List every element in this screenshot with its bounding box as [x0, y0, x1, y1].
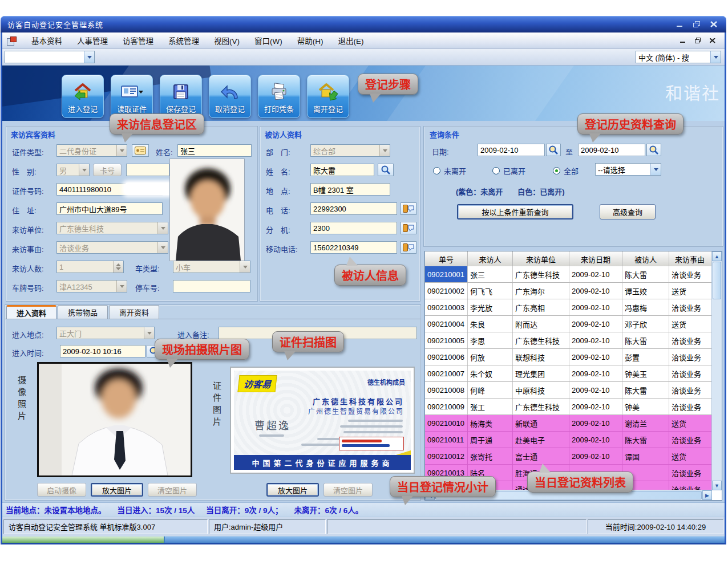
menu-view[interactable]: 视图(V): [207, 32, 247, 48]
table-row[interactable]: 090210001张三广东德生科技2009-02-10陈大雷洽谈业务: [425, 266, 712, 283]
vertical-scrollbar[interactable]: ▲ ▼: [711, 251, 722, 490]
people-count-stepper[interactable]: 1: [56, 261, 124, 273]
table-row[interactable]: 090210009张工广东德生科技2009-02-10钟美洽谈业务: [425, 399, 712, 415]
child-restore-icon[interactable]: [693, 36, 703, 45]
child-close-icon[interactable]: [707, 36, 718, 45]
search-icon: [548, 145, 559, 155]
table-row[interactable]: 090210003李光放广东亮相2009-02-10冯惠梅洽谈业务: [425, 299, 712, 316]
col-header[interactable]: 来访单位: [513, 251, 569, 266]
plate-combo[interactable]: 津A12345: [56, 280, 127, 292]
restore-icon[interactable]: [690, 19, 703, 30]
location-field[interactable]: B幢 2301 室: [310, 183, 390, 196]
dial-extension-button[interactable]: [401, 222, 416, 234]
radio-left[interactable]: 已离开: [492, 165, 525, 176]
menu-exit[interactable]: 退出(E): [330, 32, 371, 48]
dept-combo[interactable]: 综合部: [310, 144, 390, 157]
table-cell: 广东德生科技: [513, 399, 569, 414]
radio-not-left[interactable]: 未离开: [433, 165, 466, 176]
enter-register-button[interactable]: 进入登记: [62, 75, 104, 118]
cancel-register-button[interactable]: 取消登记: [209, 75, 251, 118]
scroll-right-icon[interactable]: ▶: [702, 490, 712, 500]
chevron-down-icon[interactable]: [710, 51, 721, 63]
advanced-query-button[interactable]: 高级查询: [600, 204, 656, 220]
id-card-reader-button[interactable]: [132, 144, 149, 157]
dial-mobile-button[interactable]: [401, 241, 416, 254]
tab-entry-info[interactable]: 进入资料: [6, 305, 56, 319]
table-row[interactable]: 090210010杨海类新联通2009-02-10谢清兰送货: [425, 415, 712, 432]
visit-company-combo[interactable]: 广东德生科技: [56, 222, 168, 234]
filter-select-combo[interactable]: --请选择: [595, 163, 661, 176]
extension-field[interactable]: 2300: [310, 222, 397, 234]
entry-place-combo[interactable]: 正大门: [56, 327, 155, 339]
table-cell: 李思: [468, 332, 513, 348]
read-card-button[interactable]: 读取证件: [111, 75, 153, 118]
dial-phone-button[interactable]: [401, 202, 416, 215]
save-register-button[interactable]: 保存登记: [160, 75, 202, 118]
radio-all[interactable]: 全部: [553, 165, 579, 176]
table-cell: 张三: [468, 266, 513, 282]
menu-help[interactable]: 帮助(H): [290, 32, 331, 48]
parking-field[interactable]: [173, 280, 250, 292]
mobile-field[interactable]: 15602210349: [310, 241, 397, 254]
phone-field[interactable]: 22992300: [310, 202, 397, 215]
chevron-down-icon[interactable]: [84, 51, 94, 63]
date-to-picker-button[interactable]: [646, 144, 661, 156]
scrollbar-thumb[interactable]: [713, 262, 721, 299]
title-bar[interactable]: 访客自动登记安全管理系统: [1, 16, 726, 32]
table-row[interactable]: 090210006何放联想科技2009-02-10彭置洽谈业务: [425, 349, 712, 365]
entry-time-field[interactable]: 2009-02-10 10:16: [60, 345, 145, 357]
col-header[interactable]: 来访事由: [669, 251, 710, 266]
cert-type-combo[interactable]: 二代身份证: [56, 144, 127, 157]
clear-photo-button[interactable]: 清空图片: [148, 483, 197, 497]
clear-card-button[interactable]: 清空图片: [323, 483, 373, 497]
menu-hr[interactable]: 人事管理: [70, 32, 115, 48]
child-minimize-icon[interactable]: [678, 36, 688, 45]
visitor-name-field[interactable]: 张三: [177, 144, 252, 157]
close-icon[interactable]: [707, 19, 721, 30]
leave-register-button[interactable]: 离开登记: [307, 75, 349, 118]
mdi-child-icon: [7, 36, 16, 44]
card-number-field[interactable]: [126, 164, 169, 176]
col-header[interactable]: 单号: [425, 251, 468, 266]
gender-combo[interactable]: 男: [56, 164, 90, 176]
date-from-picker-button[interactable]: [546, 144, 561, 156]
table-row[interactable]: 090210008何峰中原科技2009-02-10陈大雷洽谈业务: [425, 382, 712, 399]
col-header[interactable]: 来访日期: [569, 251, 622, 266]
print-ticket-button[interactable]: 打印凭条: [258, 75, 300, 118]
scroll-down-icon[interactable]: ▼: [712, 481, 722, 490]
address-field[interactable]: 广州市中山大道89号: [56, 202, 163, 215]
menu-visitor[interactable]: 访客管理: [115, 32, 161, 48]
table-row[interactable]: 090210002何飞飞广东海尔2009-02-10谭玉姣送货: [425, 283, 712, 299]
table-cell: 送货: [669, 316, 710, 332]
quick-select-combo[interactable]: [5, 51, 95, 63]
table-row[interactable]: 090210012张寄托富士通2009-02-10谭国送货: [425, 448, 712, 465]
tab-leave-info[interactable]: 离开资料: [109, 305, 159, 319]
minimize-icon[interactable]: [673, 19, 686, 30]
vehicle-type-combo[interactable]: 小车: [173, 261, 250, 273]
menu-basic-data[interactable]: 基本资料: [24, 32, 70, 48]
card-number-button[interactable]: 卡号: [93, 164, 122, 176]
start-camera-button[interactable]: 启动摄像: [37, 483, 86, 497]
scroll-up-icon[interactable]: ▲: [712, 251, 722, 261]
table-row[interactable]: 090210005李思广东德生科技2009-02-10陈大雷洽谈业务: [425, 332, 712, 349]
requery-button[interactable]: 按以上条件重新查询: [457, 204, 573, 220]
date-label: 日期:: [432, 146, 449, 157]
chevron-down-icon[interactable]: [650, 164, 661, 175]
zoom-photo-button[interactable]: 放大图片: [91, 483, 143, 497]
tab-carried-items[interactable]: 携带物品: [58, 305, 108, 319]
menu-window[interactable]: 窗口(W): [247, 32, 290, 48]
col-header[interactable]: 被访人: [622, 251, 669, 266]
table-row[interactable]: 090210004朱良附而达2009-02-10邓子欣送货: [425, 316, 712, 332]
col-header[interactable]: 来访人: [468, 251, 513, 266]
menu-system[interactable]: 系统管理: [161, 32, 207, 48]
client-area: 和谐社 进入登记 读取证件 保存登记: [2, 66, 725, 543]
date-to-field[interactable]: 2009-02-10: [578, 144, 645, 156]
zoom-card-button[interactable]: 放大图片: [266, 483, 319, 497]
date-from-field[interactable]: 2009-02-10: [478, 144, 545, 156]
language-bar[interactable]: 中文 (简体) - 搜: [636, 51, 721, 63]
interviewee-name-field[interactable]: 陈大雷: [310, 164, 374, 176]
visit-reason-combo[interactable]: 洽谈业务: [56, 241, 168, 254]
table-row[interactable]: 090210007朱个奴理光集团2009-02-10钟美玉洽谈业务: [425, 365, 712, 382]
search-person-button[interactable]: [378, 164, 394, 176]
table-row[interactable]: 090210011周于通赴美电子2009-02-10陈大雷洽谈业务: [425, 432, 712, 448]
